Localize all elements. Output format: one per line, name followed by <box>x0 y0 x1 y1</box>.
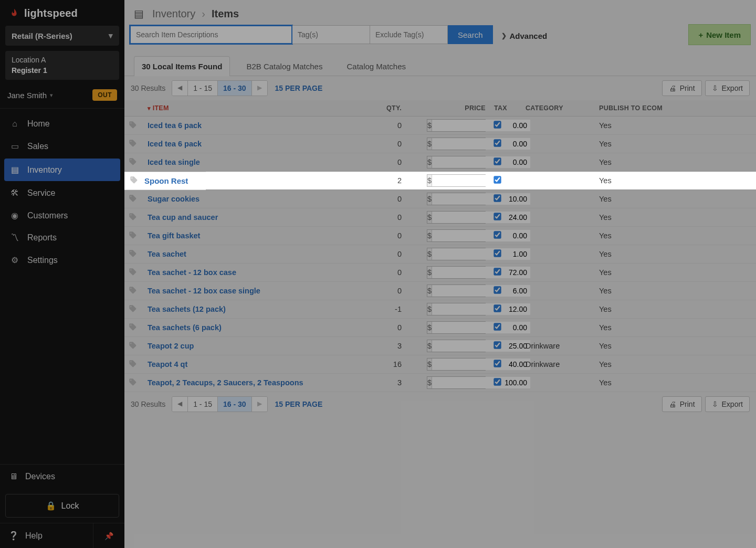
tax-checkbox[interactable] <box>494 378 501 385</box>
price-input[interactable]: $ <box>427 266 486 279</box>
col-qty[interactable]: QTY. <box>364 100 416 117</box>
price-input[interactable]: $ <box>427 321 486 334</box>
item-link[interactable]: Sugar cookies <box>148 195 200 203</box>
item-link[interactable]: Teapot 4 qt <box>148 360 187 368</box>
item-qty: 0 <box>364 208 416 227</box>
search-button[interactable]: Search <box>448 25 493 44</box>
advanced-link[interactable]: ❯ Advanced <box>493 25 556 46</box>
print-button[interactable]: 🖨Print <box>662 80 702 96</box>
item-link[interactable]: Tea sachet - 12 box case single <box>148 287 260 295</box>
export-button[interactable]: ⇩Export <box>705 396 750 412</box>
pager-prev[interactable]: ◀ <box>172 81 188 96</box>
item-category <box>521 172 595 190</box>
tax-checkbox[interactable] <box>494 176 501 183</box>
tax-checkbox[interactable] <box>494 121 501 128</box>
print-icon: 🖨 <box>669 84 676 92</box>
pager-range-2[interactable]: 16 - 30 <box>218 397 252 412</box>
item-link[interactable]: Tea gift basket <box>148 231 200 240</box>
nav-customers[interactable]: ◉Customers <box>0 204 124 227</box>
price-input[interactable]: $ <box>427 193 486 205</box>
tax-checkbox[interactable] <box>494 360 501 367</box>
price-input[interactable]: $ <box>427 376 486 389</box>
nav-reports[interactable]: 〽Reports <box>0 227 124 249</box>
tab-b2b-catalog[interactable]: B2B Catalog Matches <box>238 56 330 76</box>
tax-checkbox[interactable] <box>494 286 501 293</box>
lock-button[interactable]: 🔒 Lock <box>5 494 119 518</box>
col-category[interactable]: CATEGORY <box>521 100 595 117</box>
tab-catalog[interactable]: Catalog Matches <box>339 56 414 76</box>
item-link[interactable]: Tea cup and saucer <box>148 213 218 222</box>
item-link[interactable]: Iced tea single <box>148 158 200 166</box>
nav-home[interactable]: ⌂Home <box>0 113 124 135</box>
pager-range-1[interactable]: 1 - 15 <box>188 397 218 412</box>
pager-prev[interactable]: ◀ <box>172 397 188 412</box>
nav-inventory[interactable]: ▤Inventory <box>4 159 120 181</box>
pager-next[interactable]: ▶ <box>252 81 267 96</box>
highlighted-row[interactable]: Spoon Rest <box>124 172 206 190</box>
tax-checkbox[interactable] <box>494 213 501 220</box>
price-input[interactable]: $ <box>427 284 486 297</box>
nav-settings[interactable]: ⚙Settings <box>0 249 124 271</box>
tax-checkbox[interactable] <box>494 341 501 349</box>
tag-icon <box>130 176 140 186</box>
item-link[interactable]: Teapot, 2 Teacups, 2 Saucers, 2 Teaspoon… <box>148 378 303 387</box>
logo: lightspeed <box>0 0 124 26</box>
tax-checkbox[interactable] <box>494 323 501 330</box>
col-price[interactable]: PRICE <box>416 100 490 117</box>
price-input[interactable]: $ <box>427 138 486 150</box>
nav-devices[interactable]: 🖥 Devices <box>0 464 124 489</box>
tab-local-items[interactable]: 30 Local Items Found <box>134 56 230 76</box>
item-publish: Yes <box>595 227 756 245</box>
status-badge-out[interactable]: OUT <box>92 89 117 101</box>
per-page-selector[interactable]: 15 PER PAGE <box>275 400 323 408</box>
per-page-selector[interactable]: 15 PER PAGE <box>275 84 323 92</box>
item-link[interactable]: Tea sachet <box>148 250 186 258</box>
tax-checkbox[interactable] <box>494 157 501 165</box>
nav-service[interactable]: 🛠Service <box>0 182 124 204</box>
tax-checkbox[interactable] <box>494 268 501 275</box>
location-block[interactable]: Location A Register 1 <box>5 51 119 80</box>
item-link[interactable]: Teapot 2 cup <box>148 342 194 350</box>
nav-sales[interactable]: ▭Sales <box>0 135 124 157</box>
pager-range-1[interactable]: 1 - 15 <box>188 81 218 96</box>
search-input-tags[interactable] <box>292 25 370 44</box>
search-input-exclude-tags[interactable] <box>370 25 448 44</box>
item-link[interactable]: Iced tea 6 pack <box>148 121 202 130</box>
tax-checkbox[interactable] <box>494 249 501 257</box>
user-menu[interactable]: Jane Smith ▾ <box>7 91 53 100</box>
export-button[interactable]: ⇩Export <box>705 80 750 96</box>
pin-button[interactable]: 📌 <box>93 523 124 548</box>
tax-checkbox[interactable] <box>494 304 501 312</box>
item-link[interactable]: Tea sachets (6 pack) <box>148 323 222 332</box>
col-item[interactable]: ITEM <box>143 100 364 117</box>
col-tax[interactable]: TAX <box>490 100 521 117</box>
price-input[interactable]: $ <box>427 340 486 352</box>
item-link[interactable]: Iced tea 6 pack <box>148 140 202 148</box>
tax-checkbox[interactable] <box>494 194 501 202</box>
pager-next[interactable]: ▶ <box>252 397 267 412</box>
price-input[interactable]: $ <box>427 211 486 224</box>
price-input[interactable]: $ <box>427 229 486 242</box>
price-input[interactable]: $ <box>427 174 486 187</box>
tag-icon <box>129 380 137 388</box>
search-input-description[interactable] <box>130 25 292 44</box>
price-input[interactable]: $ <box>427 156 486 168</box>
tax-checkbox[interactable] <box>494 231 501 238</box>
price-input[interactable]: $ <box>427 303 486 315</box>
price-input[interactable]: $ <box>427 119 486 132</box>
help-button[interactable]: ❔ Help <box>0 523 93 548</box>
tag-icon <box>129 306 137 314</box>
price-input[interactable]: $ <box>427 248 486 260</box>
retail-selector[interactable]: Retail (R-Series) ▾ <box>5 26 119 46</box>
print-button[interactable]: 🖨Print <box>662 396 702 412</box>
price-input[interactable]: $ <box>427 358 486 371</box>
item-link[interactable]: Spoon Rest <box>144 176 188 185</box>
pager-range-2[interactable]: 16 - 30 <box>218 81 252 96</box>
new-item-button[interactable]: + New Item <box>688 24 751 45</box>
item-category <box>521 300 595 319</box>
col-publish[interactable]: PUBLISH TO ECOM <box>595 100 756 117</box>
tax-checkbox[interactable] <box>494 139 501 146</box>
item-link[interactable]: Tea sachet - 12 box case <box>148 268 236 277</box>
item-link[interactable]: Tea sachets (12 pack) <box>148 305 226 313</box>
breadcrumb-section[interactable]: Inventory <box>152 8 195 20</box>
